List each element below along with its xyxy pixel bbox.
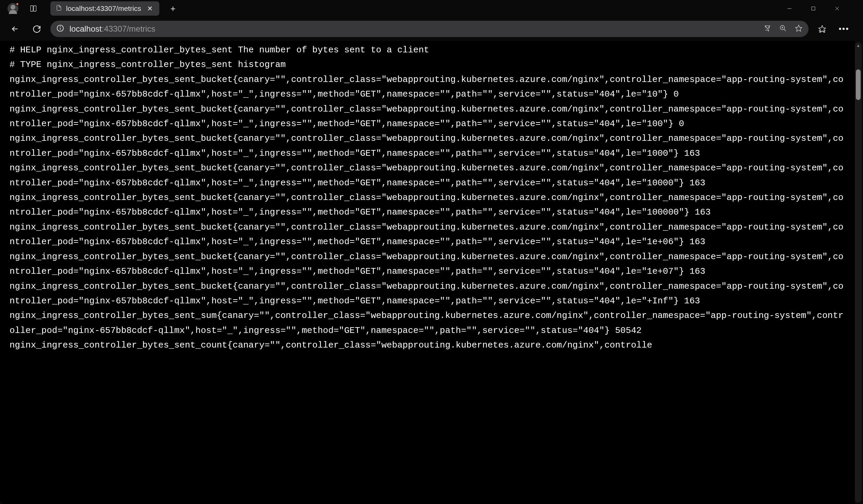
back-arrow-icon — [11, 25, 20, 33]
refresh-button[interactable] — [29, 21, 45, 37]
close-window-button[interactable] — [830, 2, 844, 15]
info-icon — [57, 25, 64, 32]
new-tab-button[interactable]: + — [166, 2, 180, 15]
maximize-icon — [811, 6, 816, 11]
zoom-icon — [779, 25, 787, 32]
star-icon — [795, 25, 802, 32]
page-icon — [56, 5, 62, 12]
url-host: localhost — [70, 24, 102, 33]
workspaces-icon — [29, 5, 37, 12]
scroll-up-button[interactable]: ▲ — [855, 42, 862, 49]
favorites-button[interactable] — [814, 21, 830, 37]
more-icon: ••• — [838, 24, 849, 34]
address-bar[interactable]: localhost:43307/metrics A — [50, 21, 809, 37]
workspaces-button[interactable] — [27, 2, 40, 15]
svg-text:A: A — [765, 26, 767, 28]
favorite-button[interactable] — [795, 25, 802, 33]
vertical-scrollbar[interactable]: ▲ — [855, 42, 862, 503]
maximize-button[interactable] — [806, 2, 820, 15]
close-tab-button[interactable]: ✕ — [146, 4, 154, 13]
site-info-button[interactable] — [57, 25, 64, 33]
metrics-text[interactable]: # HELP nginx_ingress_controller_bytes_se… — [10, 43, 845, 353]
zoom-button[interactable] — [779, 25, 787, 33]
url-text: localhost:43307/metrics — [70, 24, 758, 34]
notification-dot — [16, 2, 19, 6]
tab-title: localhost:43307/metrics — [66, 4, 142, 13]
browser-tab[interactable]: localhost:43307/metrics ✕ — [50, 1, 159, 16]
svg-rect-0 — [30, 6, 33, 12]
minimize-icon — [787, 6, 792, 11]
scrollbar-thumb[interactable] — [856, 69, 861, 100]
svg-point-8 — [60, 27, 61, 27]
url-path: :43307/metrics — [102, 24, 155, 33]
read-aloud-button[interactable]: A — [764, 25, 771, 33]
page-content: # HELP nginx_ingress_controller_bytes_se… — [0, 41, 855, 504]
profile-icon[interactable] — [8, 3, 18, 14]
back-button[interactable] — [7, 21, 23, 37]
refresh-icon — [32, 25, 41, 33]
read-aloud-icon: A — [764, 25, 771, 32]
favorites-icon — [818, 25, 826, 33]
svg-line-11 — [784, 29, 786, 31]
svg-rect-1 — [34, 6, 36, 12]
svg-rect-3 — [812, 7, 815, 10]
settings-menu-button[interactable]: ••• — [836, 21, 852, 37]
close-icon — [834, 6, 840, 11]
minimize-button[interactable] — [783, 2, 796, 15]
